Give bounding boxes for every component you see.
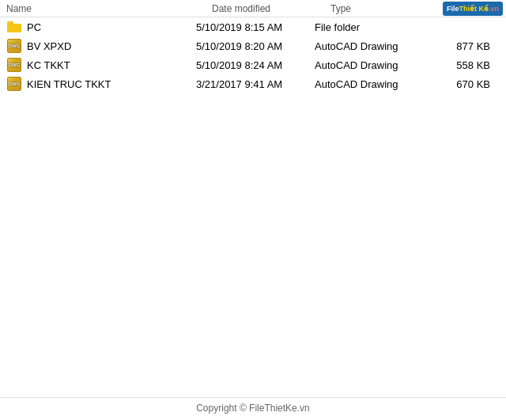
column-headers: Name Date modified Type Size xyxy=(0,0,506,17)
file-name-text: PC xyxy=(27,21,41,33)
file-type: AutoCAD Drawing xyxy=(315,59,441,71)
file-name-cell: DWG KC TKKT xyxy=(6,58,196,72)
footer: Copyright © FileThietKe.vn xyxy=(0,397,506,414)
header-name[interactable]: Name xyxy=(6,3,212,14)
file-name-cell: PC xyxy=(6,20,196,34)
file-type: AutoCAD Drawing xyxy=(315,78,441,90)
file-name-text: BV XPXD xyxy=(27,40,71,52)
table-row[interactable]: PC 5/10/2019 8:15 AM File folder xyxy=(0,17,506,36)
logo-badge: FileThiết Kế.vn xyxy=(443,2,503,16)
file-date: 5/10/2019 8:15 AM xyxy=(196,21,315,33)
dwg-icon: DWG xyxy=(6,77,22,91)
empty-area xyxy=(0,93,506,370)
file-name-text: KC TKKT xyxy=(27,59,70,71)
file-date: 5/10/2019 8:24 AM xyxy=(196,59,315,71)
file-date: 3/21/2017 9:41 AM xyxy=(196,78,315,90)
file-list: PC 5/10/2019 8:15 AM File folder DWG BV … xyxy=(0,17,506,93)
file-date: 5/10/2019 8:20 AM xyxy=(196,40,315,52)
table-row[interactable]: DWG BV XPXD 5/10/2019 8:20 AM AutoCAD Dr… xyxy=(0,36,506,55)
dwg-icon: DWG xyxy=(6,39,22,53)
file-name-cell: DWG BV XPXD xyxy=(6,39,196,53)
file-size: 670 KB xyxy=(441,78,497,90)
file-size: 558 KB xyxy=(441,59,497,71)
table-row[interactable]: DWG KIEN TRUC TKKT 3/21/2017 9:41 AM Aut… xyxy=(0,74,506,93)
file-type: File folder xyxy=(315,21,441,33)
folder-icon xyxy=(6,20,22,34)
table-row[interactable]: DWG KC TKKT 5/10/2019 8:24 AM AutoCAD Dr… xyxy=(0,55,506,74)
dwg-icon: DWG xyxy=(6,58,22,72)
header-date[interactable]: Date modified xyxy=(212,3,330,14)
file-type: AutoCAD Drawing xyxy=(315,40,441,52)
file-name-text: KIEN TRUC TKKT xyxy=(27,78,111,90)
file-name-cell: DWG KIEN TRUC TKKT xyxy=(6,77,196,91)
file-size: 877 KB xyxy=(441,40,497,52)
copyright-text: Copyright © FileThietKe.vn xyxy=(196,403,310,414)
header-type[interactable]: Type xyxy=(330,3,457,14)
